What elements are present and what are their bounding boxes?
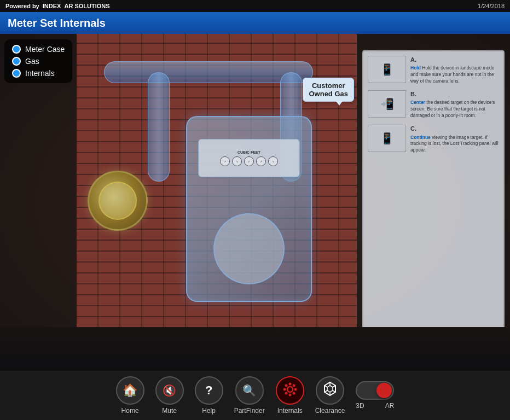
customer-owned-gas-tooltip: Customer Owned Gas [303,78,354,102]
meter-dials: ↗ ↘ ↙ ↗ ↘ [220,156,278,166]
cubic-feet-label: CUBIC FEET [237,150,260,154]
svg-marker-10 [327,386,333,392]
instruction-intro: 📱 A. Hold Hold the device in landscape m… [368,56,499,85]
legend-item-gas[interactable]: Gas [12,57,65,66]
dial-4: ↗ [256,156,266,166]
mute-icon: 🔇 [163,384,176,397]
partfinder-label: PartFinder [234,407,265,415]
solutions-text: AR SOLUTIONS [65,3,110,9]
nav-item-help[interactable]: ? Help [195,376,223,415]
clearance-icon-circle [316,376,344,405]
nav-item-internals[interactable]: Internals [276,376,304,415]
step-c-text: C. Continue viewing the image target. If… [410,125,499,154]
nav-item-home[interactable]: 🏠 Home [116,376,144,415]
date-display: 1/24/2018 [478,3,505,9]
dial-1: ↗ [220,156,230,166]
floor-area [0,327,510,371]
instruction-panel: 📱 A. Hold Hold the device in landscape m… [362,50,505,360]
bottom-nav: 🏠 Home 🔇 Mute ? Help 🔍 PartFinder [0,371,510,420]
partfinder-icon-circle: 🔍 [235,376,264,405]
home-label: Home [121,407,139,415]
legend-dot-gas [12,57,21,66]
tooltip-line2: Owned Gas [309,90,348,98]
internals-icon [282,382,298,400]
step-a-text: A. Hold Hold the device in landscape mod… [410,56,499,85]
legend-dot-meter-case [12,45,21,54]
meter-bottom-circle [213,213,285,284]
clearance-icon [322,381,338,400]
legend-label-gas: Gas [25,57,39,66]
internals-icon-circle [276,376,304,405]
instruction-step-c: 📱 C. Continue viewing the image target. … [368,125,499,154]
legend-dot-internals [12,69,21,78]
regulator-inner [98,182,137,220]
legend-item-internals[interactable]: Internals [12,69,65,78]
svg-point-6 [292,384,295,387]
toggle-labels: 3D AR [356,402,394,410]
meter-display-panel: CUBIC FEET ↗ ↘ ↙ ↗ ↘ [198,139,300,177]
help-label: Help [202,407,216,415]
svg-point-1 [288,382,291,385]
svg-point-3 [283,388,286,390]
top-bar: Powered by INDEX AR SOLUTIONS 1/24/2018 [0,0,510,12]
legend-panel: Meter Case Gas Internals [4,39,72,83]
home-icon: 🏠 [123,383,137,398]
svg-point-2 [288,393,291,396]
step-b-text: B. Center the desired target on the devi… [410,90,499,119]
step-a-image: 📱 [368,56,406,83]
instruction-step-b: 📲 B. Center the desired target on the de… [368,90,499,119]
pipe-vertical-left [148,72,170,182]
legend-label-internals: Internals [25,69,55,78]
intro-highlight: Hold [410,65,421,71]
tooltip-line1: Customer [309,81,348,90]
dial-3: ↙ [244,156,254,166]
toggle-3d-label: 3D [356,402,364,410]
nav-item-mute[interactable]: 🔇 Mute [155,376,184,415]
legend-item-meter-case[interactable]: Meter Case [12,45,65,54]
svg-point-4 [294,388,297,390]
regulator [88,171,148,231]
brand-name: INDEX [43,3,61,9]
step-c-image: 📱 [368,125,406,152]
dial-5: ↘ [268,156,278,166]
page-title: Meter Set Internals [8,17,106,30]
partfinder-icon: 🔍 [242,384,256,397]
help-icon-circle: ? [195,376,223,405]
svg-point-7 [285,392,287,394]
meter-body: CUBIC FEET ↗ ↘ ↙ ↗ ↘ [186,116,312,302]
internals-label: Internals [277,407,303,415]
toggle-container[interactable]: 3D AR [356,381,394,410]
clearance-label: Clearance [315,407,345,415]
toggle-ar-label: AR [385,402,395,410]
nav-item-clearance[interactable]: Clearance [315,376,345,415]
ar-3d-toggle[interactable] [356,381,394,400]
step-b-highlight: Center [410,100,425,105]
mute-label: Mute [162,407,177,415]
step-c-highlight: Continue [410,135,431,140]
ar-viewport: 📱 A. Hold Hold the device in landscape m… [0,34,510,371]
nav-item-partfinder[interactable]: 🔍 PartFinder [234,376,265,415]
dial-2: ↘ [232,156,242,166]
powered-by-text: Powered by INDEX AR SOLUTIONS [5,3,110,9]
title-bar: Meter Set Internals [0,12,510,34]
svg-point-0 [287,387,293,392]
home-icon-circle: 🏠 [116,376,144,405]
svg-point-8 [292,392,295,394]
mute-icon-circle: 🔇 [155,376,184,405]
powered-by-prefix: Powered by [5,3,39,9]
step-b-image: 📲 [368,90,406,118]
toggle-knob [376,383,392,398]
help-icon: ? [205,383,212,398]
legend-label-meter-case: Meter Case [25,45,65,54]
svg-point-5 [285,384,287,387]
